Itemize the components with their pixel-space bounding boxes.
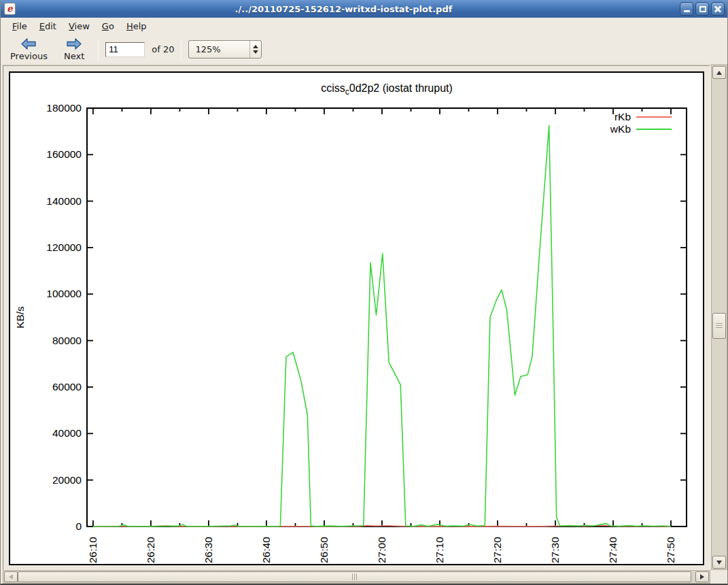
zoom-stepper[interactable] bbox=[249, 41, 261, 58]
toolbar-separator bbox=[98, 39, 99, 61]
x-tick-label: 26:10 bbox=[87, 537, 99, 563]
y-tick-label: 0 bbox=[75, 520, 82, 532]
previous-icon bbox=[20, 38, 37, 50]
x-tick-label: 26:50 bbox=[318, 537, 330, 563]
maximize-icon bbox=[699, 6, 706, 12]
application-window: e ./../20110725-152612-writxd-iostat-plo… bbox=[0, 0, 728, 585]
previous-label: Previous bbox=[10, 51, 48, 61]
vertical-scrollbar-thumb[interactable] bbox=[712, 313, 726, 339]
zoom-combobox[interactable]: 125% bbox=[188, 40, 262, 58]
menu-item-file[interactable]: File bbox=[6, 19, 33, 33]
x-tick-label: 27:40 bbox=[607, 537, 619, 563]
toolbar: Previous Next of 20 125% bbox=[1, 35, 727, 65]
menu-item-go[interactable]: Go bbox=[96, 19, 120, 33]
scroll-right-button[interactable] bbox=[695, 571, 709, 582]
y-tick-label: 40000 bbox=[52, 427, 82, 439]
next-icon bbox=[66, 38, 82, 50]
close-icon bbox=[712, 3, 724, 15]
scroll-up-button[interactable] bbox=[712, 66, 726, 79]
horizontal-scrollbar-thumb[interactable] bbox=[18, 571, 691, 582]
arrow-right-icon bbox=[700, 574, 704, 580]
scrollbar-corner bbox=[711, 570, 727, 584]
chart-title: ccissc0d2p2 (iostat thruput) bbox=[321, 82, 453, 97]
y-tick-label: 20000 bbox=[52, 474, 82, 486]
horizontal-scrollbar[interactable] bbox=[3, 570, 710, 584]
vertical-scrollbar[interactable] bbox=[711, 65, 727, 570]
page-number-input[interactable] bbox=[105, 42, 145, 57]
arrow-down-icon bbox=[716, 561, 722, 565]
menu-item-view[interactable]: View bbox=[63, 19, 96, 33]
y-tick-label: 140000 bbox=[46, 195, 82, 207]
maximize-button[interactable] bbox=[695, 2, 709, 16]
y-tick-label: 60000 bbox=[52, 381, 82, 392]
zoom-value: 125% bbox=[189, 44, 249, 54]
toolbar-separator bbox=[181, 39, 181, 61]
menu-item-edit[interactable]: Edit bbox=[33, 19, 63, 33]
minimize-button[interactable] bbox=[680, 2, 693, 16]
y-tick-label: 180000 bbox=[46, 102, 82, 114]
x-tick-label: 26:20 bbox=[145, 537, 156, 563]
minimize-icon bbox=[684, 10, 690, 12]
menu-item-help[interactable]: Help bbox=[120, 19, 153, 33]
iostat-throughput-chart: 0200004000060000800001000001200001400001… bbox=[10, 73, 703, 564]
y-axis-label: KB/s bbox=[14, 306, 26, 329]
next-button[interactable]: Next bbox=[57, 37, 91, 63]
close-button[interactable] bbox=[711, 2, 725, 16]
x-tick-label: 26:40 bbox=[260, 537, 272, 563]
arrow-left-icon bbox=[9, 574, 13, 580]
legend-label-wkb: wKb bbox=[610, 123, 631, 135]
y-tick-label: 100000 bbox=[46, 288, 82, 299]
title-bar: e ./../20110725-152612-writxd-iostat-plo… bbox=[1, 0, 727, 18]
y-tick-label: 80000 bbox=[52, 335, 82, 346]
x-tick-label: 27:30 bbox=[549, 537, 561, 563]
x-tick-label: 27:10 bbox=[434, 537, 445, 563]
document-view: 0200004000060000800001000001200001400001… bbox=[3, 65, 710, 570]
thumb-grip bbox=[352, 573, 358, 580]
evince-app-icon: e bbox=[4, 3, 16, 15]
arrow-up-icon bbox=[716, 71, 722, 75]
thumb-grip bbox=[716, 323, 723, 329]
y-tick-label: 160000 bbox=[46, 148, 82, 160]
x-tick-label: 26:30 bbox=[203, 537, 214, 563]
window-title: ./../20110725-152612-writxd-iostat-plot.… bbox=[21, 4, 666, 14]
x-tick-label: 27:50 bbox=[665, 537, 676, 563]
legend-label-rkb: rKb bbox=[614, 111, 631, 122]
zoom-increase-icon bbox=[253, 45, 258, 48]
y-tick-label: 120000 bbox=[46, 241, 82, 253]
scroll-down-button[interactable] bbox=[712, 556, 726, 569]
menu-bar: FileEditViewGoHelp bbox=[1, 18, 727, 35]
previous-button[interactable]: Previous bbox=[3, 37, 54, 63]
page-total-label: of 20 bbox=[152, 44, 174, 54]
zoom-decrease-icon bbox=[253, 50, 258, 54]
scroll-left-button[interactable] bbox=[4, 571, 18, 582]
wkb-line bbox=[93, 126, 671, 526]
next-label: Next bbox=[64, 51, 84, 61]
pdf-page: 0200004000060000800001000001200001400001… bbox=[9, 71, 704, 565]
x-tick-label: 27:00 bbox=[376, 537, 387, 563]
x-tick-label: 27:20 bbox=[491, 537, 503, 563]
